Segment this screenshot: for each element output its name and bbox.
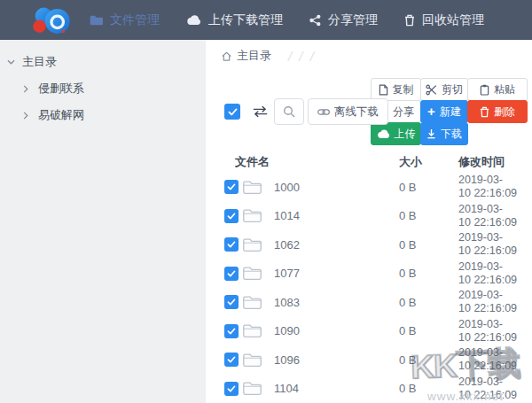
table-row[interactable]: 1104 0 B 2019-03-10 22:16:09 <box>206 375 532 403</box>
select-all-checkbox[interactable] <box>224 104 240 120</box>
nav-tab-share-management[interactable]: 分享管理 <box>309 12 378 28</box>
folder-outline-icon <box>242 381 262 396</box>
scissors-icon <box>426 84 437 96</box>
folder-outline-icon <box>242 180 262 195</box>
table-row[interactable]: 1096 0 B 2019-03-10 22:16:09 <box>206 345 532 375</box>
row-checkbox[interactable] <box>224 267 239 281</box>
trash-icon <box>480 106 489 118</box>
main-content: 主目录 / / / 复制 剪切 <box>206 40 532 403</box>
row-checkbox[interactable] <box>224 209 239 223</box>
folder-outline-icon <box>242 208 262 223</box>
file-size: 0 B <box>399 324 458 337</box>
column-header-name[interactable]: 文件名 <box>224 154 399 170</box>
nav-tab-label: 文件管理 <box>110 12 160 28</box>
file-mtime: 2019-03-10 22:16:09 <box>458 260 532 287</box>
file-table: 1000 0 B 2019-03-10 22:16:09 1014 0 B 20… <box>206 173 532 403</box>
folder-outline-icon <box>242 237 262 252</box>
download-icon <box>426 128 436 139</box>
row-checkbox[interactable] <box>224 382 239 396</box>
file-size: 0 B <box>399 181 458 194</box>
file-mtime: 2019-03-10 22:16:09 <box>458 174 532 200</box>
clipboard-icon <box>480 84 489 96</box>
file-name: 1083 <box>274 296 300 309</box>
tree-item-label: 侵删联系 <box>38 81 84 97</box>
file-size: 0 B <box>399 296 458 309</box>
copy-icon <box>379 84 388 96</box>
breadcrumb-label: 主目录 <box>237 48 271 64</box>
new-button[interactable]: + 新建 <box>420 100 468 123</box>
table-row[interactable]: 1000 0 B 2019-03-10 22:16:09 <box>206 173 532 202</box>
watermark-slashes: / / / <box>288 49 316 64</box>
file-name: 1062 <box>274 238 300 252</box>
link-icon <box>317 108 330 116</box>
file-name: 1096 <box>274 353 300 367</box>
column-header-size[interactable]: 大小 <box>399 154 458 170</box>
nav-tab-label: 回收站管理 <box>422 12 484 28</box>
file-mtime: 2019-03-10 22:16:09 <box>458 346 532 373</box>
sidebar-tree: 主目录 侵删联系 易破解网 <box>0 40 206 403</box>
table-row[interactable]: 1014 0 B 2019-03-10 22:16:09 <box>206 202 532 231</box>
file-mtime: 2019-03-10 22:16:09 <box>458 231 532 258</box>
delete-button[interactable]: 删除 <box>467 100 528 123</box>
file-mtime: 2019-03-10 22:16:09 <box>458 289 532 315</box>
tree-item-root[interactable]: 主目录 <box>0 49 206 75</box>
breadcrumb[interactable]: 主目录 / / / <box>221 48 316 64</box>
chevron-down-icon <box>7 59 16 65</box>
row-checkbox[interactable] <box>224 237 239 252</box>
column-header-time[interactable]: 修改时间 <box>458 154 532 170</box>
upload-button[interactable]: 上传 <box>371 122 421 145</box>
file-name: 1104 <box>274 382 299 395</box>
file-name: 1000 <box>274 181 300 194</box>
swap-arrows-icon[interactable] <box>252 105 269 118</box>
folder-outline-icon <box>242 266 262 281</box>
file-size: 0 B <box>399 353 458 367</box>
selection-toolbar: 离线下载 <box>224 98 388 125</box>
row-checkbox[interactable] <box>224 324 239 338</box>
file-mtime: 2019-03-10 22:16:09 <box>458 376 532 402</box>
share-icon <box>309 14 321 27</box>
row-checkbox[interactable] <box>224 353 239 367</box>
trash-icon <box>404 14 415 27</box>
cloud-icon <box>186 15 201 26</box>
search-button[interactable] <box>274 98 304 125</box>
file-mtime: 2019-03-10 22:16:09 <box>458 203 532 229</box>
paste-button[interactable]: 粘贴 <box>467 78 528 101</box>
file-size: 0 B <box>399 382 458 395</box>
file-size: 0 B <box>399 209 458 222</box>
cloud-upload-icon <box>377 129 390 139</box>
tree-item-child[interactable]: 易破解网 <box>0 102 206 128</box>
nav-tab-upload-download-management[interactable]: 上传下载管理 <box>186 12 283 28</box>
search-icon <box>283 105 295 118</box>
file-size: 0 B <box>399 238 458 252</box>
file-size: 0 B <box>399 267 458 280</box>
tree-item-label: 主目录 <box>22 54 57 70</box>
home-icon <box>221 50 232 62</box>
cut-button[interactable]: 剪切 <box>420 78 468 101</box>
offline-download-button[interactable]: 离线下载 <box>308 98 388 125</box>
folder-outline-icon <box>242 353 262 368</box>
file-mtime: 2019-03-10 22:16:09 <box>458 318 532 345</box>
plus-icon: + <box>427 105 435 118</box>
main-nav: 文件管理 上传下载管理 分享管理 <box>90 12 511 28</box>
download-button[interactable]: 下载 <box>420 122 468 145</box>
tree-item-child[interactable]: 侵删联系 <box>0 75 206 102</box>
grid-spacer <box>467 122 528 145</box>
table-header: 文件名 大小 修改时间 <box>206 151 532 173</box>
app-window: 文件管理 上传下载管理 分享管理 <box>0 0 532 403</box>
cloud-disk-logo-icon <box>29 3 74 38</box>
table-row[interactable]: 1083 0 B 2019-03-10 22:16:09 <box>206 288 532 317</box>
table-row[interactable]: 1077 0 B 2019-03-10 22:16:09 <box>206 260 532 289</box>
table-row[interactable]: 1062 0 B 2019-03-10 22:16:09 <box>206 230 532 260</box>
folder-outline-icon <box>242 295 262 310</box>
file-name: 1090 <box>274 324 300 337</box>
row-checkbox[interactable] <box>224 180 239 194</box>
file-name: 1077 <box>274 267 300 280</box>
chevron-right-icon <box>23 85 32 93</box>
folder-outline-icon <box>242 323 262 338</box>
top-navbar: 文件管理 上传下载管理 分享管理 <box>0 0 532 40</box>
nav-tab-file-management[interactable]: 文件管理 <box>90 12 160 28</box>
row-checkbox[interactable] <box>224 295 239 309</box>
table-row[interactable]: 1090 0 B 2019-03-10 22:16:09 <box>206 317 532 346</box>
chevron-right-icon <box>23 112 32 120</box>
nav-tab-recycle-bin-management[interactable]: 回收站管理 <box>404 12 484 28</box>
